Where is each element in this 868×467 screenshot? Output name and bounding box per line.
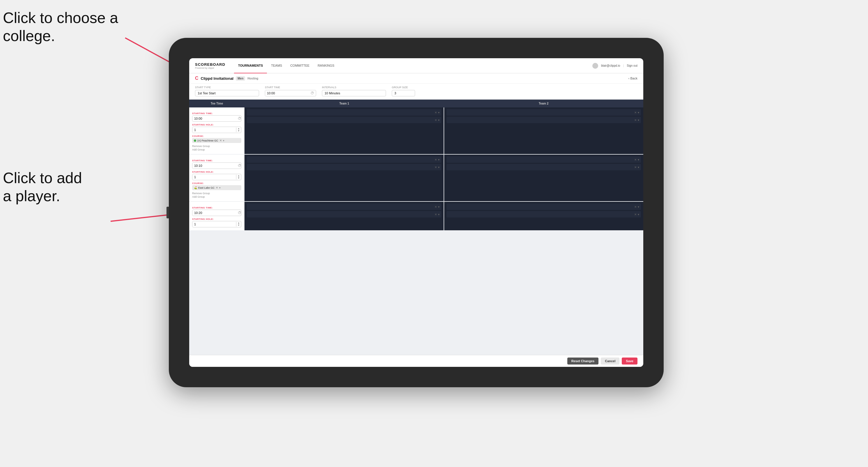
group-1-team1-slot-1[interactable]: ✕ ▾ — [247, 109, 441, 116]
group-1-team2-slot-2[interactable]: ✕ ▾ — [446, 117, 641, 123]
group-3-team2-slot-1[interactable]: ✕ ▾ — [446, 204, 641, 210]
group-3-team2-slot-2[interactable]: ✕ ▾ — [446, 211, 641, 217]
hole-arrows-2: ▲▼ — [236, 175, 241, 179]
col-team1: Team 1 — [245, 100, 444, 107]
group-1-left-panel: STARTING TIME: ⏱ STARTING HOLE: ▲▼ COURS… — [189, 107, 245, 154]
top-navigation: SCOREBOARD Powered by clippd TOURNAMENTS… — [189, 58, 643, 73]
annotation-add-player: Click to add a player. — [3, 169, 82, 205]
nav-teams[interactable]: TEAMS — [267, 58, 286, 73]
group-2-hole-input: ▲▼ — [192, 174, 241, 180]
intervals-select[interactable]: 10 Minutes 8 Minutes 12 Minutes — [322, 90, 386, 96]
start-time-input[interactable] — [265, 90, 309, 96]
sub-header: C Clippd Invitational Men Hosting ‹ Back — [189, 73, 643, 84]
group-2-team1-slot-2[interactable]: ✕ ▾ — [247, 164, 441, 170]
slot-x-icon-3[interactable]: ✕ — [634, 111, 637, 114]
group-size-select[interactable]: 3 2 4 — [392, 90, 415, 96]
group-2-team1: ✕ ▾ ✕ ▾ — [245, 155, 444, 201]
nav-tournaments[interactable]: TOURNAMENTS — [234, 58, 267, 73]
group-1-course-tag[interactable]: (A) Peachtree GC ✕ ▾ — [192, 138, 241, 143]
nav-committee[interactable]: COMMITTEE — [286, 58, 313, 73]
slot-x-icon[interactable]: ✕ — [435, 111, 437, 114]
group-2-team2-slot-2[interactable]: ✕ ▾ — [446, 164, 641, 170]
golf-icon-2: ⛳ — [194, 186, 197, 189]
group-1-team1-slot-2[interactable]: ✕ ▾ — [247, 117, 441, 123]
group-2-hole-field[interactable] — [192, 174, 236, 180]
col-team2: Team 2 — [444, 100, 643, 107]
group-2-course-tag[interactable]: ⛳ East Lake GC ✕ ▾ — [192, 185, 241, 190]
group-2-teams-row: ✕ ▾ ✕ ▾ ✕ ▾ — [245, 155, 643, 201]
brand-title: SCOREBOARD — [195, 62, 225, 67]
course-chevron-2[interactable]: ▾ — [219, 186, 221, 189]
remove-group-1[interactable]: Remove Group — [192, 145, 241, 148]
group-1-actions: Remove Group Add Group — [192, 145, 241, 151]
group-size-label: Group Size — [392, 86, 415, 89]
starting-time-label-3: STARTING TIME: — [192, 207, 241, 209]
group-2-team1-slot-1[interactable]: ✕ ▾ — [247, 156, 441, 163]
course-remove-1[interactable]: ✕ — [219, 139, 222, 142]
sign-out-link[interactable]: Sign out — [627, 64, 638, 67]
start-time-label: Start Time — [265, 86, 316, 89]
group-2-teams: ✕ ▾ ✕ ▾ ✕ ▾ — [245, 155, 643, 201]
group-3-hole-field[interactable] — [192, 221, 236, 227]
reset-button[interactable]: Reset Changes — [567, 357, 598, 365]
tablet-side-button — [166, 207, 169, 218]
course-chevron-1[interactable]: ▾ — [223, 139, 224, 142]
slot-arr-icon-2[interactable]: ▾ — [438, 119, 439, 122]
group-3-time-field[interactable] — [192, 210, 236, 216]
starting-time-label-2: STARTING TIME: — [192, 159, 241, 162]
add-group-1[interactable]: Add Group — [192, 148, 241, 151]
save-button[interactable]: Save — [622, 357, 638, 365]
group-size-control: Group Size 3 2 4 — [392, 86, 415, 96]
tablet-device: SCOREBOARD Powered by clippd TOURNAMENTS… — [169, 38, 664, 387]
hole-arrows-3: ▲▼ — [236, 222, 241, 226]
group-3-team1-slot-1[interactable]: ✕ ▾ — [247, 204, 441, 210]
cancel-button[interactable]: Cancel — [601, 357, 619, 365]
group-3-team1: ✕ ▾ ✕ ▾ — [245, 202, 444, 230]
nav-rankings[interactable]: RANKINGS — [313, 58, 338, 73]
course-name-2: East Lake GC — [198, 186, 215, 189]
group-1-teams: ✕ ▾ ✕ ▾ ✕ ▾ — [245, 107, 643, 154]
group-2-time-field[interactable] — [192, 163, 236, 168]
remove-group-2[interactable]: Remove Group — [192, 192, 241, 195]
starting-hole-label-3: STARTING HOLE: — [192, 218, 241, 220]
group-2-team2-slot-1[interactable]: ✕ ▾ — [446, 156, 641, 163]
slot-x-icon-4[interactable]: ✕ — [634, 119, 637, 122]
slot-arr-icon-3[interactable]: ▾ — [638, 111, 639, 114]
group-1-team2-slot-1[interactable]: ✕ ▾ — [446, 109, 641, 116]
group-row-1: STARTING TIME: ⏱ STARTING HOLE: ▲▼ COURS… — [189, 107, 643, 154]
brand-logo: SCOREBOARD Powered by clippd — [195, 62, 225, 69]
start-time-input-row: ⏱ — [265, 90, 316, 96]
tournament-title-area: C Clippd Invitational Men Hosting — [195, 76, 258, 81]
starting-hole-label-2: STARTING HOLE: — [192, 170, 241, 173]
clock-icon-3: ⏱ — [236, 211, 241, 215]
clock-icon-2: ⏱ — [236, 164, 241, 168]
group-1-time-field[interactable] — [192, 116, 236, 121]
group-3-hole-input: ▲▼ — [192, 221, 241, 227]
group-1-team2: ✕ ▾ ✕ ▾ — [444, 107, 643, 154]
rows-container: STARTING TIME: ⏱ STARTING HOLE: ▲▼ COURS… — [189, 107, 643, 355]
tournament-name: Clippd Invitational — [201, 76, 234, 81]
intervals-label: Intervals — [322, 86, 386, 89]
slot-arr-icon[interactable]: ▾ — [438, 111, 439, 114]
group-1-team1: ✕ ▾ ✕ ▾ — [245, 107, 444, 154]
start-time-control: Start Time ⏱ — [265, 86, 316, 96]
course-remove-2[interactable]: ✕ — [216, 186, 218, 189]
slot-arr-icon-4[interactable]: ▾ — [638, 119, 639, 122]
group-1-hole-field[interactable] — [192, 127, 236, 133]
group-row-3: STARTING TIME: ⏱ STARTING HOLE: ▲▼ — [189, 202, 643, 230]
add-group-2[interactable]: Add Group — [192, 195, 241, 198]
start-type-control: Start Type 1st Tee Start Shotgun Start — [195, 86, 259, 96]
group-3-left-panel: STARTING TIME: ⏱ STARTING HOLE: ▲▼ — [189, 202, 245, 230]
hosting-badge: Hosting — [247, 77, 258, 80]
table-header: Tee Time Team 1 Team 2 — [189, 100, 643, 107]
group-row-2: STARTING TIME: ⏱ STARTING HOLE: ▲▼ COURS… — [189, 155, 643, 201]
clock-icon: ⏱ — [309, 91, 316, 95]
user-avatar — [592, 63, 598, 69]
group-3-team1-slot-2[interactable]: ✕ ▾ — [247, 211, 441, 217]
annotation-choose-college: Click to choose a college. — [3, 9, 118, 45]
slot-x-icon-2[interactable]: ✕ — [435, 119, 437, 122]
back-button[interactable]: ‹ Back — [628, 76, 638, 80]
start-type-select[interactable]: 1st Tee Start Shotgun Start — [195, 90, 259, 96]
nav-links: TOURNAMENTS TEAMS COMMITTEE RANKINGS — [234, 58, 592, 73]
group-3-team2: ✕ ▾ ✕ ▾ — [444, 202, 643, 230]
